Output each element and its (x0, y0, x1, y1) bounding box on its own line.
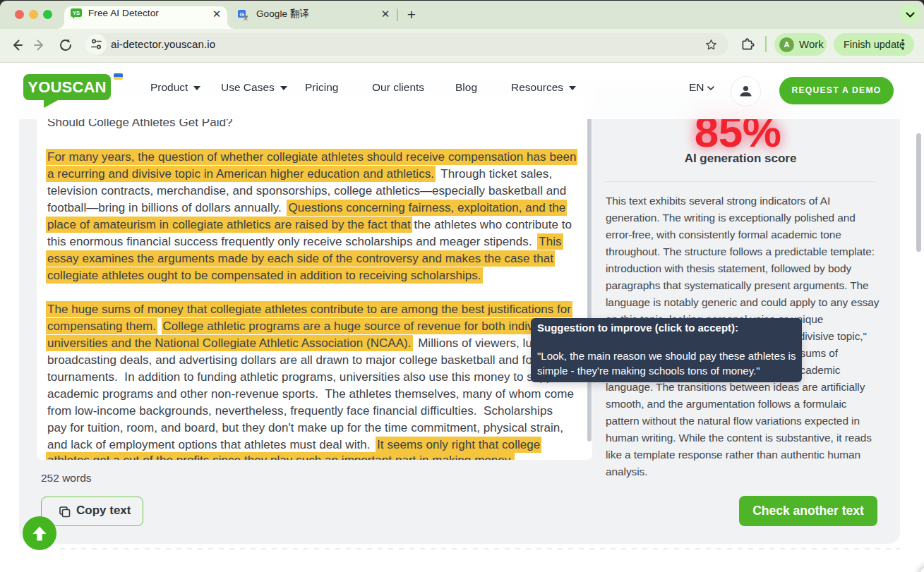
svg-text:YS: YS (73, 10, 80, 16)
svg-text:文: 文 (244, 15, 248, 20)
